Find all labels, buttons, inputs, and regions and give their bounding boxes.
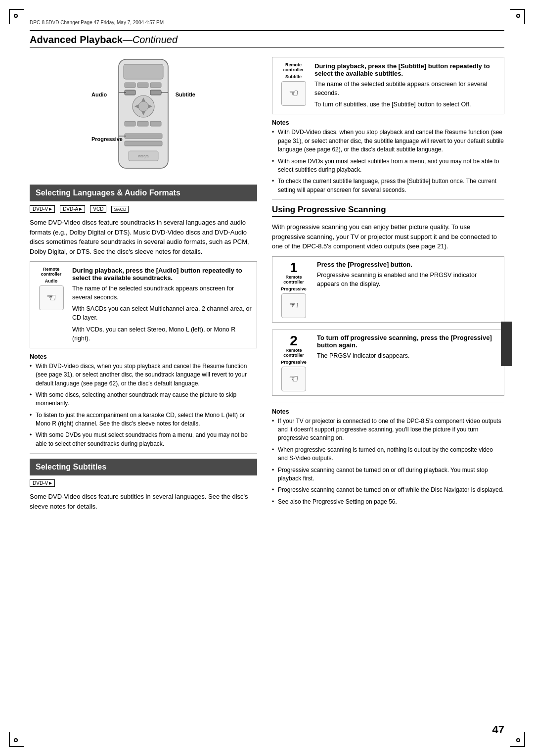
step2-right: To turn off progressive scanning, press … <box>317 334 500 391</box>
svg-rect-16 <box>125 134 162 139</box>
corner-dot-br <box>516 738 520 742</box>
divider-3 <box>272 403 504 403</box>
remote-svg: Audio Subtitle Progressive <box>89 57 198 176</box>
step1-text: Progressive scanning is enabled and the … <box>317 271 500 288</box>
progressive-scanning-title-bar: Using Progressive Scanning <box>272 205 504 217</box>
format-dvdv: DVD-V ▶ <box>30 205 55 213</box>
svg-rect-3 <box>137 83 148 88</box>
progressive-step-1: 1 Remote controller Progressive ☜ Press … <box>272 256 504 323</box>
svg-rect-1 <box>124 64 163 79</box>
svg-rect-15 <box>150 90 161 95</box>
svg-rect-11 <box>125 121 135 126</box>
audio-text1: The name of the selected soundtrack appe… <box>72 284 252 302</box>
audio-instruction-block: Remote controller Audio ☜ During playbac… <box>30 261 257 348</box>
corner-dot-tl <box>14 14 18 18</box>
progressive-body: With progressive scanning you can enjoy … <box>272 222 504 251</box>
remote-image-area: Audio Subtitle Progressive <box>30 57 257 176</box>
step1-number: 1 <box>290 261 298 275</box>
format-dvda: DVD-A ▶ <box>60 205 85 213</box>
svg-rect-17 <box>125 141 162 146</box>
step2-left: 2 Remote controller Progressive ☜ <box>276 334 311 391</box>
page-outer: DPC-8.5DVD Changer Page 47 Friday, May 7… <box>0 0 534 756</box>
divider-1 <box>30 453 257 454</box>
step1-icon: ☜ <box>281 293 306 318</box>
hand-icon-step1: ☜ <box>289 299 299 312</box>
top-meta: DPC-8.5DVD Changer Page 47 Friday, May 7… <box>30 20 504 25</box>
decorative-block <box>501 322 512 366</box>
subtitles-dvdv: DVD-V ▶ <box>30 479 55 487</box>
note-1-1: With DVD-Video discs, when you stop play… <box>30 362 257 388</box>
progressive-label: Progressive <box>91 136 123 142</box>
two-col-layout: Audio Subtitle Progressive <box>30 57 504 516</box>
remote-control-svg: integra <box>99 57 188 176</box>
subtitle-instr-left: Remote controller Subtitle ☜ <box>277 62 310 109</box>
note-3-2: When progressive scanning is turned on, … <box>272 446 504 463</box>
step2-sublabel: Progressive <box>281 360 307 365</box>
subtitle-notes: Notes With DVD-Video discs, when you sto… <box>272 119 504 194</box>
hand-icon-subtitle: ☜ <box>289 87 299 100</box>
subtitles-format-icons: DVD-V ▶ <box>30 479 257 487</box>
subtitle-button-icon: ☜ <box>281 81 306 106</box>
step2-icon: ☜ <box>281 367 306 391</box>
selecting-languages-notes: Notes With DVD-Video discs, when you sto… <box>30 353 257 449</box>
notes-list-1: With DVD-Video discs, when you stop play… <box>30 362 257 449</box>
subtitle-instruction-block: Remote controller Subtitle ☜ During play… <box>272 57 504 114</box>
audio-text2: With SACDs you can select Multichannel a… <box>72 304 252 322</box>
audio-bold-text: During playback, press the [Audio] butto… <box>72 267 252 282</box>
notes-title-3: Notes <box>272 408 504 415</box>
note-2-1: With DVD-Video discs, when you stop play… <box>272 128 504 154</box>
svg-text:integra: integra <box>138 154 149 158</box>
divider-2 <box>272 199 504 200</box>
svg-rect-4 <box>150 83 161 88</box>
audio-instr-left: Remote controller Audio ☜ <box>35 267 67 343</box>
svg-rect-13 <box>150 121 161 126</box>
svg-point-6 <box>138 101 148 111</box>
right-column: Remote controller Subtitle ☜ During play… <box>272 57 504 516</box>
subtitle-sublabel: Subtitle <box>277 74 310 79</box>
selecting-subtitles-body: Some DVD-Video discs feature subtitles i… <box>30 492 257 511</box>
corner-dot-tr <box>516 14 520 18</box>
step1-left: 1 Remote controller Progressive ☜ <box>276 261 311 318</box>
note-2-2: With some DVDs you must select subtitles… <box>272 157 504 175</box>
notes-list-2: With DVD-Video discs, when you stop play… <box>272 128 504 194</box>
note-3-4: Progressive scanning cannot be turned on… <box>272 486 504 494</box>
page-title-bar: Advanced Playback—Continued <box>30 30 504 48</box>
step1-sublabel: Progressive <box>281 286 307 291</box>
notes-title-1: Notes <box>30 353 257 360</box>
progressive-step-2: 2 Remote controller Progressive ☜ To tur… <box>272 330 504 396</box>
audio-button-icon: ☜ <box>39 285 64 310</box>
subtitle-text1: The name of the selected subtitle appear… <box>314 80 499 97</box>
step2-text: The PRGSV indicator disappears. <box>317 351 500 360</box>
step1-bold: Press the [Progressive] button. <box>317 261 500 268</box>
selecting-subtitles-header: Selecting Subtitles <box>30 459 257 475</box>
progressive-notes: Notes If your TV or projector is connect… <box>272 408 504 507</box>
step2-number: 2 <box>290 334 298 348</box>
subtitle-label: Subtitle <box>176 92 195 97</box>
note-3-5: See also the Progressive Setting on page… <box>272 498 504 506</box>
audio-label: Audio <box>91 92 107 97</box>
step1-rc-label: Remote controller <box>276 275 311 284</box>
selecting-languages-header: Selecting Languages & Audio Formats <box>30 185 257 201</box>
svg-rect-14 <box>125 90 135 95</box>
format-vcd: VCD <box>90 205 106 213</box>
note-2-3: To check the current subtitle language, … <box>272 177 504 194</box>
note-3-1: If your TV or projector is connected to … <box>272 417 504 443</box>
step1-right: Press the [Progressive] button. Progress… <box>317 261 500 318</box>
corner-dot-bl <box>14 738 18 742</box>
subtitle-text2: To turn off subtitles, use the [Subtitle… <box>314 100 499 109</box>
left-column: Audio Subtitle Progressive <box>30 57 257 516</box>
note-1-2: With some discs, selecting another sound… <box>30 391 257 408</box>
format-icons: DVD-V ▶ DVD-A ▶ VCD SACD <box>30 205 257 213</box>
step2-bold: To turn off progressive scanning, press … <box>317 334 500 349</box>
svg-rect-2 <box>125 83 135 88</box>
selecting-languages-body: Some DVD-Video discs feature soundtracks… <box>30 218 257 256</box>
step2-rc-label: Remote controller <box>276 348 311 358</box>
note-3-3: Progressive scanning cannot be turned on… <box>272 466 504 483</box>
subtitle-instr-right: During playback, press the [Subtitle] bu… <box>314 62 499 109</box>
progressive-scanning-title: Using Progressive Scanning <box>272 205 386 214</box>
notes-title-2: Notes <box>272 119 504 126</box>
notes-list-3: If your TV or projector is connected to … <box>272 417 504 507</box>
page-title: Advanced Playback—Continued <box>30 34 178 45</box>
remote-controller-label-audio: Remote controller <box>35 267 67 277</box>
hand-icon-audio: ☜ <box>46 291 56 304</box>
